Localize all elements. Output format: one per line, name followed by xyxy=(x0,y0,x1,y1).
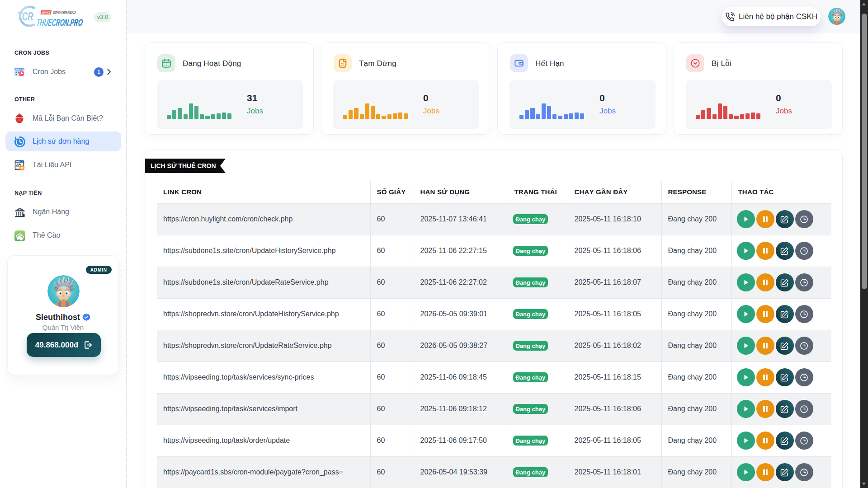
svg-text:API: API xyxy=(16,163,21,166)
svg-text:DỊCH VỤ CRON-JOBS 1S: DỊCH VỤ CRON-JOBS 1S xyxy=(52,10,76,15)
svg-text:SERVICE: SERVICE xyxy=(42,11,51,14)
svg-text:TCR: TCR xyxy=(17,10,33,23)
svg-text:ERROR: ERROR xyxy=(16,117,23,119)
svg-text:THUECRON.PRO: THUECRON.PRO xyxy=(36,17,84,28)
